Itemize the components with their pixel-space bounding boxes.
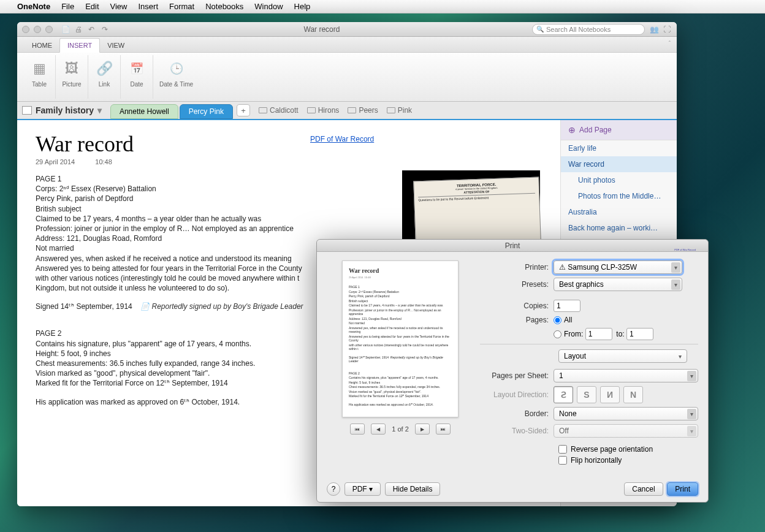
sidebar-item-unit-photos[interactable]: Unit photos <box>561 172 677 188</box>
help-button[interactable]: ? <box>327 482 340 496</box>
ribbon-collapse-icon[interactable]: ˆ <box>669 40 671 47</box>
first-page-button[interactable]: ⏮ <box>350 424 365 435</box>
page-date: 29 April 2014 <box>36 158 75 165</box>
search-input[interactable]: Search All Notebooks <box>532 24 645 35</box>
ribbon-link[interactable]: 🔗Link <box>88 55 121 99</box>
sidebar-item-back-home[interactable]: Back home again – worki… <box>561 220 677 236</box>
zoom-button[interactable] <box>45 26 53 33</box>
ribbon-date[interactable]: 📅Date <box>121 55 153 99</box>
close-button[interactable] <box>22 26 29 33</box>
page-time: 10:48 <box>95 158 112 165</box>
print-dialog-title: Print <box>317 240 708 252</box>
page-meta: 29 April 2014 10:48 <box>36 158 542 165</box>
copies-input[interactable] <box>554 300 580 312</box>
chevron-down-icon: ▾ <box>97 105 102 115</box>
shortcut-caldicott[interactable]: Caldicott <box>259 106 299 115</box>
minimize-button[interactable] <box>34 26 41 33</box>
tab-view[interactable]: VIEW <box>100 39 132 52</box>
tab-home[interactable]: HOME <box>25 39 59 52</box>
border-select[interactable]: None <box>554 407 698 420</box>
menu-window[interactable]: Window <box>254 2 283 11</box>
pages-range-radio[interactable] <box>554 330 561 338</box>
pps-select[interactable]: 1 <box>554 369 698 382</box>
date-icon: 📅 <box>127 56 147 81</box>
section-tab-annette[interactable]: Annette Howell <box>110 104 178 119</box>
notebook-icon <box>22 106 32 115</box>
layout-direction-4[interactable]: N <box>623 386 643 403</box>
sidebar-item-australia[interactable]: Australia <box>561 204 677 220</box>
page-title[interactable]: War record <box>36 131 542 157</box>
ribbon-datetime[interactable]: 🕒Date & Time <box>153 55 199 99</box>
tab-insert[interactable]: INSERT <box>59 38 100 53</box>
sidebar-item-war-record[interactable]: War record <box>561 156 677 172</box>
app-name[interactable]: OneNote <box>17 2 50 11</box>
twosided-select: Off <box>554 424 698 438</box>
section-tab-percy[interactable]: Percy Pink <box>180 104 233 119</box>
ribbon-tabs: HOME INSERT VIEW ˆ <box>17 37 677 53</box>
ribbon-picture[interactable]: 🖼Picture <box>56 55 88 99</box>
next-page-button[interactable]: ▶ <box>415 424 430 435</box>
menu-insert[interactable]: Insert <box>138 2 158 11</box>
toolbar-icon[interactable]: 📄 <box>61 25 71 34</box>
presets-select[interactable]: Best graphics <box>554 278 682 291</box>
pps-label: Pages per Sheet: <box>480 371 554 380</box>
toolbar-icon[interactable]: 🖨 <box>75 25 85 34</box>
shortcut-icon <box>307 107 316 113</box>
sidebar-item-photos-middle[interactable]: Photos from the Middle… <box>561 188 677 204</box>
shortcut-peers[interactable]: Peers <box>348 106 378 115</box>
reverse-orientation-checkbox[interactable] <box>558 445 567 454</box>
last-page-button[interactable]: ⏭ <box>436 424 451 435</box>
pdf-link[interactable]: PDF of War Record <box>310 135 374 143</box>
layout-direction-2[interactable]: S <box>577 386 596 403</box>
cancel-button[interactable]: Cancel <box>624 482 663 496</box>
menu-view[interactable]: View <box>110 2 128 11</box>
page-indicator: 1 of 2 <box>392 425 409 433</box>
document-image[interactable]: TERRITORIAL FORCE. 4 years' Service in t… <box>402 170 540 243</box>
prev-page-button[interactable]: ◀ <box>371 424 386 435</box>
printer-label: Printer: <box>480 263 554 272</box>
menu-help[interactable]: Help <box>294 2 311 11</box>
titlebar: 📄 🖨 ↶ ↷ War record Search All Notebooks … <box>17 22 677 37</box>
shortcut-pink[interactable]: Pink <box>387 106 412 115</box>
menu-edit[interactable]: Edit <box>85 2 99 11</box>
fullscreen-icon[interactable]: ⛶ <box>663 25 672 34</box>
pages-from-input[interactable] <box>585 328 612 340</box>
pages-to-input[interactable] <box>626 328 653 340</box>
sidebar-item-early-life[interactable]: Early life <box>561 140 677 156</box>
print-button[interactable]: Print <box>667 482 698 496</box>
menu-notebooks[interactable]: Notebooks <box>205 2 243 11</box>
toolbar-redo-icon[interactable]: ↷ <box>102 25 112 34</box>
shortcut-icon <box>259 107 267 113</box>
share-icon[interactable]: 👥 <box>650 25 658 34</box>
flip-horizontally-checkbox[interactable] <box>558 456 567 465</box>
pages-label: Pages: <box>480 316 554 324</box>
shortcut-hirons[interactable]: Hirons <box>307 106 340 115</box>
layout-direction-1[interactable]: Ƨ <box>554 386 573 403</box>
add-section-button[interactable]: + <box>237 104 250 116</box>
section-navbar: Family history ▾ Annette Howell Percy Pi… <box>17 102 677 120</box>
traffic-lights <box>22 26 53 33</box>
print-dialog: Print War record 29 April 2014 10:48 PDF… <box>316 239 709 503</box>
presets-label: Presets: <box>480 280 554 289</box>
layout-direction-3[interactable]: И <box>600 386 620 403</box>
print-options: Printer:⚠ Samsung CLP-325W Presets:Best … <box>474 260 698 467</box>
shortcut-icon <box>348 107 356 113</box>
preview-nav: ⏮ ◀ 1 of 2 ▶ ⏭ <box>327 424 474 435</box>
preview-page: War record 29 April 2014 10:48 PDF of Wa… <box>342 260 459 417</box>
notebook-selector[interactable]: Family history ▾ <box>22 105 102 115</box>
settings-category-select[interactable]: Layout <box>558 349 687 363</box>
picture-icon: 🖼 <box>62 56 82 81</box>
menu-file[interactable]: File <box>61 2 74 11</box>
ribbon-table[interactable]: ▦Table <box>23 55 56 99</box>
note-callout[interactable]: Reportedly signed up by Boy's Brigade Le… <box>140 302 303 311</box>
add-page-button[interactable]: Add Page <box>561 120 677 140</box>
document-image-content: TERRITORIAL FORCE. 4 years' Service in t… <box>413 177 541 245</box>
printer-select[interactable]: ⚠ Samsung CLP-325W <box>554 260 682 274</box>
toolbar-undo-icon[interactable]: ↶ <box>88 25 98 34</box>
window-title: War record <box>112 25 532 34</box>
hide-details-button[interactable]: Hide Details <box>385 482 441 496</box>
pages-all-radio[interactable] <box>554 316 561 324</box>
menu-format[interactable]: Format <box>169 2 194 11</box>
pdf-button[interactable]: PDF ▾ <box>344 482 381 496</box>
print-dialog-footer: ? PDF ▾ Hide Details Cancel Print <box>327 482 698 496</box>
